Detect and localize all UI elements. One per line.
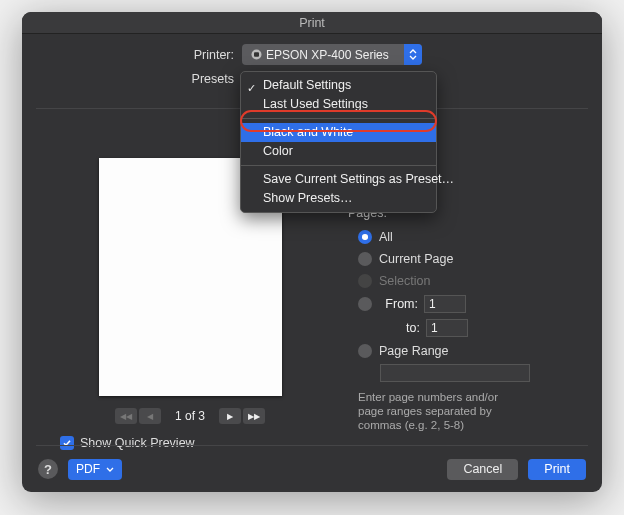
printer-value: EPSON XP-400 Series bbox=[266, 48, 389, 62]
menu-item-label: Last Used Settings bbox=[263, 97, 368, 111]
menu-item-label: Show Presets… bbox=[263, 191, 353, 205]
presets-item-show-presets[interactable]: Show Presets… bbox=[241, 189, 436, 208]
nav-prev-group: ◀◀ ◀ bbox=[115, 408, 161, 424]
pages-option-selection: Selection bbox=[358, 270, 568, 292]
nav-next-group: ▶ ▶▶ bbox=[219, 408, 265, 424]
svg-rect-1 bbox=[254, 52, 259, 57]
printer-label: Printer: bbox=[22, 48, 242, 62]
presets-menu: ✓ Default Settings Last Used Settings Bl… bbox=[240, 71, 437, 213]
menu-item-label: Color bbox=[263, 144, 293, 158]
dialog-content: Printer: EPSON XP-400 Series Presets bbox=[22, 34, 602, 492]
pages-all-label: All bbox=[379, 230, 393, 244]
menu-item-label: Default Settings bbox=[263, 78, 351, 92]
pager-row: ◀◀ ◀ 1 of 3 ▶ ▶▶ bbox=[50, 408, 330, 424]
presets-item-color[interactable]: Color bbox=[241, 142, 436, 161]
cancel-button[interactable]: Cancel bbox=[447, 459, 518, 480]
menu-separator bbox=[241, 118, 436, 119]
pages-option-range[interactable]: Page Range bbox=[358, 340, 568, 362]
radio-range[interactable] bbox=[358, 344, 372, 358]
printer-popup[interactable]: EPSON XP-400 Series bbox=[242, 44, 422, 65]
first-page-button[interactable]: ◀◀ bbox=[115, 408, 137, 424]
next-page-button[interactable]: ▶ bbox=[219, 408, 241, 424]
pages-panel: Pages: All Current Page Selection From: … bbox=[348, 206, 568, 432]
window-title: Print bbox=[22, 12, 602, 34]
last-page-button[interactable]: ▶▶ bbox=[243, 408, 265, 424]
print-button[interactable]: Print bbox=[528, 459, 586, 480]
radio-selection bbox=[358, 274, 372, 288]
pages-current-label: Current Page bbox=[379, 252, 453, 266]
cancel-label: Cancel bbox=[463, 462, 502, 476]
menu-item-label: Save Current Settings as Preset… bbox=[263, 172, 454, 186]
page-range-field[interactable] bbox=[380, 364, 530, 382]
printer-status-icon bbox=[250, 49, 262, 61]
presets-item-default-settings[interactable]: ✓ Default Settings bbox=[241, 76, 436, 95]
menu-separator bbox=[241, 165, 436, 166]
from-label: From: bbox=[378, 297, 418, 311]
radio-all[interactable] bbox=[358, 230, 372, 244]
page-range-helper: Enter page numbers and/or page ranges se… bbox=[358, 390, 523, 432]
print-dialog: Print Printer: EPSON XP-400 Series bbox=[22, 12, 602, 492]
menu-item-label: Black and White bbox=[263, 125, 353, 139]
pages-range-label: Page Range bbox=[379, 344, 449, 358]
to-label: to: bbox=[380, 321, 420, 335]
radio-from[interactable] bbox=[358, 297, 372, 311]
printer-row: Printer: EPSON XP-400 Series bbox=[22, 44, 422, 65]
to-field[interactable]: 1 bbox=[426, 319, 468, 337]
pages-option-current[interactable]: Current Page bbox=[358, 248, 568, 270]
chevron-down-icon bbox=[106, 467, 114, 472]
presets-item-last-used[interactable]: Last Used Settings bbox=[241, 95, 436, 114]
dialog-footer: ? PDF Cancel Print bbox=[22, 446, 602, 492]
updown-icon bbox=[404, 44, 422, 65]
pdf-menu-button[interactable]: PDF bbox=[68, 459, 122, 480]
presets-row: Presets bbox=[22, 72, 242, 86]
print-label: Print bbox=[544, 462, 570, 476]
pages-from-row: From: 1 bbox=[358, 292, 568, 316]
from-field[interactable]: 1 bbox=[424, 295, 466, 313]
pages-option-all[interactable]: All bbox=[358, 226, 568, 248]
prev-page-button[interactable]: ◀ bbox=[139, 408, 161, 424]
radio-current[interactable] bbox=[358, 252, 372, 266]
presets-item-save-as-preset[interactable]: Save Current Settings as Preset… bbox=[241, 170, 436, 189]
help-button[interactable]: ? bbox=[38, 459, 58, 479]
pdf-label: PDF bbox=[76, 462, 100, 476]
pages-selection-label: Selection bbox=[379, 274, 430, 288]
presets-label: Presets bbox=[22, 72, 242, 86]
presets-item-black-and-white[interactable]: Black and White bbox=[241, 123, 436, 142]
pages-to-row: to: 1 bbox=[380, 316, 568, 340]
page-indicator: 1 of 3 bbox=[175, 409, 205, 423]
